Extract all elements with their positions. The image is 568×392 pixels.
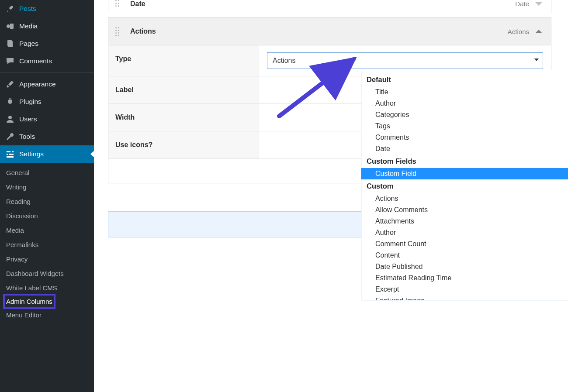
drag-handle-icon[interactable] [115,0,122,7]
sub-writing[interactable]: Writing [6,180,94,194]
nav-label: Settings [19,150,44,158]
dropdown-option[interactable]: Categories [361,109,568,120]
column-title: Date [130,0,145,8]
plug-icon [5,97,15,107]
dropdown-option[interactable]: Content [361,250,568,261]
wrench-icon [5,132,15,141]
dropdown-option[interactable]: Date [361,143,568,155]
dropdown-option[interactable]: Allow Comments [361,204,568,216]
sub-privacy[interactable]: Privacy [6,252,94,266]
admin-sidebar: Posts Media Pages Comments Appearance Pl… [0,0,94,392]
sub-permalinks[interactable]: Permalinks [6,237,94,252]
sub-general[interactable]: General [6,165,94,180]
dropdown-option[interactable]: Author [361,227,568,238]
nav-label: Media [19,22,38,30]
field-label-label: Label [108,76,259,103]
column-row-actions[interactable]: Actions Actions [108,17,551,45]
nav-tools[interactable]: Tools [0,128,94,145]
brush-icon [5,79,15,89]
svg-rect-9 [10,151,12,153]
nav-label: Users [19,115,37,123]
nav-pages[interactable]: Pages [0,35,94,52]
pin-icon [5,4,15,14]
dropdown-option[interactable]: Featured Image [361,295,568,300]
nav-users[interactable]: Users [0,110,94,128]
svg-rect-6 [7,151,14,152]
media-icon [5,21,15,31]
dropdown-option[interactable]: Actions [361,193,568,204]
dropdown-option[interactable]: Tags [361,120,568,132]
field-label-type: Type [108,45,259,76]
chevron-down-icon[interactable] [535,2,542,6]
sub-reading[interactable]: Reading [6,194,94,209]
nav-settings[interactable]: Settings [0,145,94,163]
svg-rect-4 [8,41,13,47]
nav-media[interactable]: Media [0,17,94,35]
dropdown-group: Custom Fields [361,155,568,168]
svg-point-0 [7,24,10,28]
dropdown-option[interactable]: Excerpt [361,284,568,295]
main-content: Date Date Actions Actions Type Actions [94,0,565,392]
dropdown-option[interactable]: Comments [361,132,568,143]
column-type-meta: Actions [508,28,529,35]
nav-label: Posts [19,5,36,13]
field-label-use-icons: Use icons? [108,131,259,158]
nav-plugins[interactable]: Plugins [0,93,94,110]
dropdown-option[interactable]: Author [361,98,568,109]
type-select-value: Actions [273,57,295,65]
sub-white-label-cms[interactable]: White Label CMS [6,281,94,295]
svg-rect-10 [8,153,9,155]
user-icon [5,114,15,124]
dropdown-option[interactable]: Title [361,86,568,98]
column-type-meta: Date [515,0,529,7]
field-label-width: Width [108,104,259,131]
sliders-icon [5,149,15,159]
type-select[interactable]: Actions [267,52,543,69]
column-title: Actions [130,28,156,35]
chevron-up-icon[interactable] [535,30,542,33]
sub-media[interactable]: Media [6,223,94,237]
dropdown-option[interactable]: Custom Field [361,168,568,179]
sub-discussion[interactable]: Discussion [6,209,94,223]
dropdown-option[interactable]: Comment Count [361,238,568,250]
svg-point-5 [8,116,12,119]
column-row-date[interactable]: Date Date [108,0,551,13]
nav-label: Appearance [19,80,56,88]
nav-comments[interactable]: Comments [0,52,94,70]
nav-label: Tools [19,133,35,141]
svg-rect-8 [7,156,14,158]
sub-menu-editor[interactable]: Menu Editor [6,308,94,322]
nav-appearance[interactable]: Appearance [0,76,94,93]
dropdown-group: Custom [361,179,568,193]
nav-label: Comments [19,57,52,65]
settings-subnav: General Writing Reading Discussion Media… [0,163,94,325]
dropdown-option[interactable]: Date Published [361,261,568,272]
nav-label: Plugins [19,98,42,106]
drag-handle-icon[interactable] [115,27,122,36]
nav-label: Pages [19,40,38,48]
dropdown-option[interactable]: Estimated Reading Time [361,272,568,284]
sub-admin-columns[interactable]: Admin Columns [4,295,54,308]
caret-down-icon [534,58,539,61]
nav-posts[interactable]: Posts [0,0,94,17]
page-icon [5,39,15,48]
svg-rect-7 [7,154,14,155]
comment-icon [5,56,15,66]
dropdown-group: Default [361,73,568,86]
dropdown-option[interactable]: Attachments [361,216,568,227]
svg-rect-1 [10,24,14,29]
sub-dashboard-widgets[interactable]: Dashboard Widgets [6,266,94,281]
type-dropdown: DefaultTitleAuthorCategoriesTagsComments… [361,70,568,300]
